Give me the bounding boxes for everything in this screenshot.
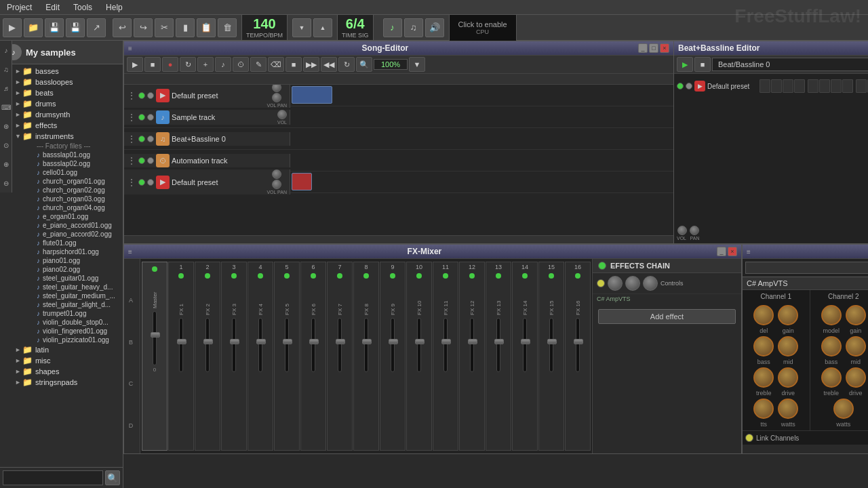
watts-knob-1[interactable] <box>753 399 774 419</box>
menu-tools[interactable]: Tools <box>66 1 99 14</box>
folder-drumsynth[interactable]: ► 📁 drumsynth <box>12 109 123 120</box>
track-block-5[interactable] <box>292 173 312 190</box>
gate-knob[interactable] <box>643 276 658 291</box>
fx-mixer-minimize[interactable]: _ <box>717 247 726 256</box>
vol-knob-2[interactable] <box>277 110 287 119</box>
song-editor-maximize[interactable]: □ <box>649 43 658 53</box>
fx-ch7-led[interactable] <box>337 273 342 279</box>
add-track-button[interactable]: + <box>197 57 214 72</box>
fx-ch1-led[interactable] <box>178 273 184 279</box>
tempo-area[interactable]: 140 TEMPO/BPM <box>241 14 288 41</box>
file-flute01[interactable]: ♪flute01.ogg <box>20 239 123 247</box>
undo-button[interactable]: ↩ <box>113 18 132 37</box>
pitch-button[interactable]: ♫ <box>404 18 423 37</box>
song-editor-close[interactable]: × <box>660 43 669 53</box>
fx-ch13-thumb[interactable] <box>494 339 504 344</box>
bass-knob-2[interactable] <box>821 336 842 357</box>
song-editor-minimize[interactable]: _ <box>638 43 648 53</box>
beat-icon-1[interactable]: ▶ <box>694 81 705 92</box>
track-led-mute-4[interactable] <box>147 157 154 164</box>
fx-master-thumb[interactable] <box>151 332 160 338</box>
volume-button[interactable]: 🔊 <box>425 18 444 37</box>
link-channels-led[interactable] <box>745 434 753 442</box>
drive-knob-2[interactable] <box>846 367 866 388</box>
effects-chain-led[interactable] <box>598 262 606 270</box>
fx-ch16-fader[interactable] <box>576 318 580 372</box>
rewind-button[interactable]: ◀◀ <box>321 57 337 72</box>
folder-shapes[interactable]: ► 📁 shapes <box>12 366 123 377</box>
side-icon-1[interactable]: ♪ <box>0 41 12 60</box>
fx-ch16-thumb[interactable] <box>574 339 583 344</box>
beat-play[interactable]: ▶ <box>677 57 693 72</box>
fx-ch13-fader[interactable] <box>496 318 500 372</box>
search-execute-button[interactable]: 🔍 <box>105 470 120 485</box>
side-icon-2[interactable]: ♫ <box>0 60 12 79</box>
folder-latin[interactable]: ► 📁 latin <box>12 344 123 355</box>
beat-btn-1-7[interactable] <box>831 79 842 93</box>
wd-knob[interactable] <box>608 276 623 291</box>
loop2-button[interactable]: ↻ <box>338 57 355 72</box>
beat-btn-1-2[interactable] <box>771 79 782 93</box>
track-led-mute-1[interactable] <box>147 92 154 99</box>
decay-knob[interactable] <box>625 276 640 291</box>
track-drag-2[interactable]: ⋮ <box>127 112 136 123</box>
draw-button[interactable]: ✎ <box>250 57 267 72</box>
fx-ch10-thumb[interactable] <box>415 339 425 344</box>
beat-btn-1-5[interactable] <box>808 79 818 93</box>
track-led-mute-5[interactable] <box>147 179 154 186</box>
beat-mute-1[interactable] <box>686 83 692 89</box>
fx-ch15-thumb[interactable] <box>547 339 557 344</box>
beat-preset-select[interactable]: Beat/Bassline 0 <box>712 58 868 71</box>
track-drag-1[interactable]: ⋮ <box>127 90 136 101</box>
folder-instruments[interactable]: ▼ 📁 instruments <box>12 131 123 142</box>
loop-button[interactable]: ↻ <box>180 57 196 72</box>
controller-search[interactable] <box>745 262 868 274</box>
open-button[interactable]: 📁 <box>24 18 43 37</box>
cpu-display[interactable]: Click to enable CPU <box>449 14 517 41</box>
file-violin-pizzicato[interactable]: ♪violin_pizzicato01.ogg <box>20 336 123 344</box>
model-knob[interactable] <box>821 305 842 325</box>
fx-ch3-led[interactable] <box>231 273 237 279</box>
zoom-toggle[interactable]: ▼ <box>409 57 425 72</box>
beat-vol-knob[interactable] <box>677 226 687 235</box>
track-lane-2[interactable] <box>290 106 673 127</box>
file-cello01[interactable]: ♪cello01.ogg <box>20 168 123 177</box>
file-bassslap01[interactable]: ♪bassslap01.ogg <box>20 150 123 159</box>
pan-knob-1[interactable] <box>272 93 281 102</box>
file-bassslap02[interactable]: ♪bassslap02.ogg <box>20 159 123 168</box>
track-led-green-5[interactable] <box>138 179 145 186</box>
fx-ch8-fader[interactable] <box>364 318 368 372</box>
folder-bassloopes[interactable]: ► 📁 bassloopes <box>12 77 123 87</box>
fx-ch2-fader[interactable] <box>205 318 210 372</box>
fx-ch8-thumb[interactable] <box>362 339 372 344</box>
fx-ch12-thumb[interactable] <box>468 339 477 344</box>
side-icon-6[interactable]: ⊙ <box>0 136 12 155</box>
fx-ch12-fader[interactable] <box>470 318 474 372</box>
tempo-down[interactable]: ▼ <box>292 18 311 37</box>
menu-edit[interactable]: Edit <box>39 1 66 14</box>
save-as-button[interactable]: 💾 <box>66 18 85 37</box>
fx-ch4-fader[interactable] <box>258 318 262 372</box>
file-e-piano-accord02[interactable]: ♪e_piano_accord02.ogg <box>20 230 123 239</box>
treble-knob-1[interactable] <box>753 367 774 388</box>
watts-knob-2[interactable] <box>778 399 798 419</box>
mid-knob-1[interactable] <box>778 336 798 357</box>
effect-led-1[interactable] <box>597 279 605 287</box>
fx-ch6-thumb[interactable] <box>309 339 319 344</box>
pan-knob-5[interactable] <box>272 180 281 189</box>
song-scrollbar[interactable] <box>124 235 673 243</box>
track-led-mute-2[interactable] <box>147 114 154 121</box>
track-lane-1[interactable] <box>290 85 673 106</box>
mid-knob-2[interactable] <box>846 336 866 357</box>
side-icon-5[interactable]: ⊛ <box>0 117 12 136</box>
file-steel-guitar-medium[interactable]: ♪steel_guitar_medium_... <box>20 291 123 300</box>
redo-button[interactable]: ↪ <box>134 18 153 37</box>
fx-ch6-led[interactable] <box>311 273 316 279</box>
side-icon-3[interactable]: ♬ <box>0 79 12 98</box>
track-icon-3[interactable]: ♫ <box>156 132 170 146</box>
watts-knob-3[interactable] <box>833 399 854 419</box>
tempo-up[interactable]: ▲ <box>313 18 332 37</box>
file-church-organ01[interactable]: ♪church_organ01.ogg <box>20 177 123 186</box>
fx-ch15-led[interactable] <box>549 273 554 279</box>
folder-drums[interactable]: ► 📁 drums <box>12 98 123 109</box>
